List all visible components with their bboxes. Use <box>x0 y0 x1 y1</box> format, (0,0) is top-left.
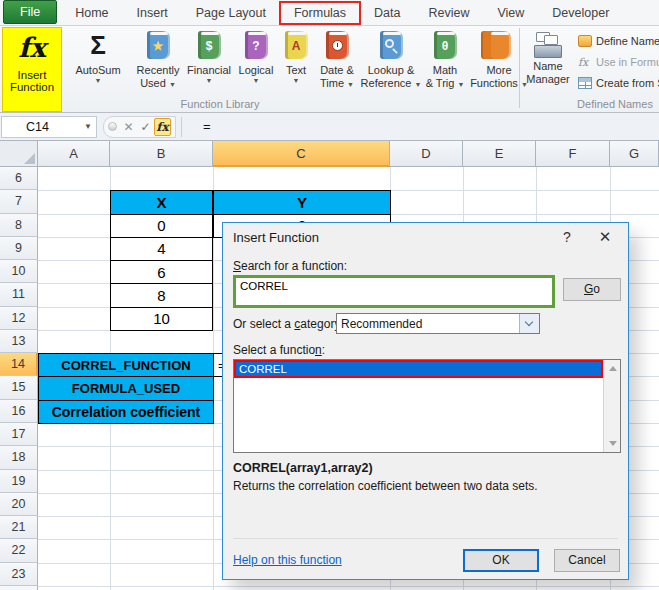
dialog-title-bar[interactable]: Insert Function ? ✕ <box>223 223 628 251</box>
column-header-e[interactable]: E <box>463 141 536 167</box>
column-header-d[interactable]: D <box>390 141 463 167</box>
tab-data[interactable]: Data <box>360 2 414 24</box>
row-header-21[interactable]: 21 <box>0 516 38 539</box>
row-header-15[interactable]: 15 <box>0 376 38 399</box>
ribbon-button-logical[interactable]: ?Logical▼ <box>234 27 278 99</box>
financial-icon: $ <box>198 30 221 60</box>
row-header-20[interactable]: 20 <box>0 493 38 516</box>
row-header-19[interactable]: 19 <box>0 470 38 493</box>
select-all-corner[interactable] <box>0 141 38 167</box>
row-header-12[interactable]: 12 <box>0 307 38 330</box>
tab-view[interactable]: View <box>483 2 538 24</box>
cell-c7[interactable]: Y <box>213 190 391 214</box>
close-icon[interactable]: ✕ <box>594 228 616 247</box>
insert-function-button[interactable]: fx Insert Function <box>2 27 62 112</box>
cell-b9[interactable]: 4 <box>110 237 213 261</box>
function-list[interactable]: CORREL <box>233 359 621 453</box>
function-description: Returns the correlation coefficient betw… <box>233 479 538 493</box>
autosum-icon: Σ <box>90 30 106 60</box>
cancel-icon[interactable]: ✕ <box>120 120 137 134</box>
search-label: Search for a function: <box>233 259 347 273</box>
dropdown-arrow-icon: ▼ <box>457 81 464 88</box>
formula-bar: C14 ▼ ✕ ✓ fx = <box>0 113 659 141</box>
row-header-7[interactable]: 7 <box>0 190 38 213</box>
fx-icon: fx <box>18 32 46 63</box>
category-dropdown[interactable]: Recommended <box>336 313 540 334</box>
scrollbar[interactable] <box>603 360 620 452</box>
row-header-18[interactable]: 18 <box>0 446 38 469</box>
insert-function-dialog: Insert Function ? ✕ Search for a functio… <box>222 222 629 580</box>
ribbon-button-text[interactable]: AText▼ <box>278 27 314 99</box>
formula-input[interactable]: = <box>187 119 211 134</box>
row-header-16[interactable]: 16 <box>0 400 38 423</box>
ribbon-button-math-trig[interactable]: θMath & Trig ▼ <box>422 27 468 99</box>
row-header-6[interactable]: 6 <box>0 167 38 190</box>
date-time-icon <box>326 30 349 60</box>
enter-icon[interactable]: ✓ <box>137 120 154 134</box>
list-item-correl[interactable]: CORREL <box>234 360 603 378</box>
ribbon-button-lookup-reference[interactable]: Lookup & Reference ▼ <box>360 27 422 99</box>
row-header-13[interactable]: 13 <box>0 330 38 353</box>
cell-a15-formula-used[interactable]: FORMULA_USED <box>38 376 214 400</box>
row-header-9[interactable]: 9 <box>0 237 38 260</box>
tab-file[interactable]: File <box>3 0 57 24</box>
cell-b11[interactable]: 8 <box>110 283 213 307</box>
math-trig-icon: θ <box>434 30 457 60</box>
group-separator <box>519 28 520 108</box>
cell-b10[interactable]: 6 <box>110 260 213 284</box>
row-header-22[interactable]: 22 <box>0 539 38 562</box>
dialog-title: Insert Function <box>233 230 319 245</box>
search-input[interactable]: CORREL <box>233 275 555 308</box>
create-from-selection-icon <box>578 77 592 89</box>
ok-button[interactable]: OK <box>463 549 539 572</box>
ribbon-button-recently-used[interactable]: ★Recently Used ▼ <box>132 27 184 99</box>
defined-names-group-label: Defined Names <box>560 98 659 110</box>
go-button[interactable]: Go <box>563 278 621 301</box>
name-box-dropdown-icon[interactable]: ▼ <box>84 122 96 131</box>
tab-page-layout[interactable]: Page Layout <box>182 2 280 24</box>
column-header-c[interactable]: C <box>213 141 390 167</box>
cancel-button[interactable]: Cancel <box>554 549 620 572</box>
tab-review[interactable]: Review <box>414 2 483 24</box>
name-box[interactable]: C14 ▼ <box>1 116 97 138</box>
row-header-11[interactable]: 11 <box>0 283 38 306</box>
tab-formulas[interactable]: Formulas <box>280 2 360 24</box>
cell-b12[interactable]: 10 <box>110 307 213 331</box>
scroll-down-icon[interactable] <box>609 441 617 446</box>
row-header-24[interactable]: 24 <box>0 586 38 590</box>
cell-a16-correlation-coefficient[interactable]: Correlation coefficient <box>38 400 214 424</box>
cell-a14-correl-function[interactable]: CORREL_FUNCTION <box>38 353 214 377</box>
menu-item-define-name[interactable]: Define Name <box>578 30 659 51</box>
column-header-g[interactable]: G <box>610 141 659 167</box>
row-header-10[interactable]: 10 <box>0 260 38 283</box>
cell-b7[interactable]: X <box>110 190 213 214</box>
ribbon-tab-bar: FileHomeInsertPage LayoutFormulasDataRev… <box>0 0 659 26</box>
menu-item-create-from-s[interactable]: Create from S <box>578 72 659 93</box>
row-header-23[interactable]: 23 <box>0 563 38 586</box>
tab-insert[interactable]: Insert <box>123 2 182 24</box>
cell-b8[interactable]: 0 <box>110 214 213 238</box>
name-manager-button[interactable]: Name Manager <box>522 28 574 98</box>
tab-home[interactable]: Home <box>61 2 122 24</box>
ribbon-button-date-time[interactable]: Date & Time ▼ <box>314 27 360 99</box>
column-header-b[interactable]: B <box>110 141 213 167</box>
column-header-f[interactable]: F <box>536 141 610 167</box>
ribbon-button-more-functions[interactable]: More Functions ▼ <box>468 27 530 99</box>
tab-developer[interactable]: Developer <box>538 2 623 24</box>
help-link[interactable]: Help on this function <box>233 553 342 567</box>
row-header-8[interactable]: 8 <box>0 214 38 237</box>
scroll-up-icon[interactable] <box>609 366 617 371</box>
chevron-down-icon[interactable] <box>519 314 539 333</box>
ribbon-button-autosum[interactable]: ΣAutoSum▼ <box>64 27 132 99</box>
defined-names-commands: Define NamefxUse in FormuCreate from S <box>578 30 659 96</box>
ribbon-button-financial[interactable]: $Financial▼ <box>184 27 234 99</box>
insert-function-icon[interactable]: fx <box>154 118 171 136</box>
dialog-divider <box>233 538 618 539</box>
row-header-14[interactable]: 14 <box>0 353 38 376</box>
help-icon[interactable]: ? <box>558 229 576 247</box>
menu-item-use-in-formu[interactable]: fxUse in Formu <box>578 51 659 72</box>
row-header-17[interactable]: 17 <box>0 423 38 446</box>
dropdown-arrow-icon: ▼ <box>253 77 260 85</box>
lookup-reference-icon <box>380 30 403 60</box>
column-header-a[interactable]: A <box>38 141 110 167</box>
